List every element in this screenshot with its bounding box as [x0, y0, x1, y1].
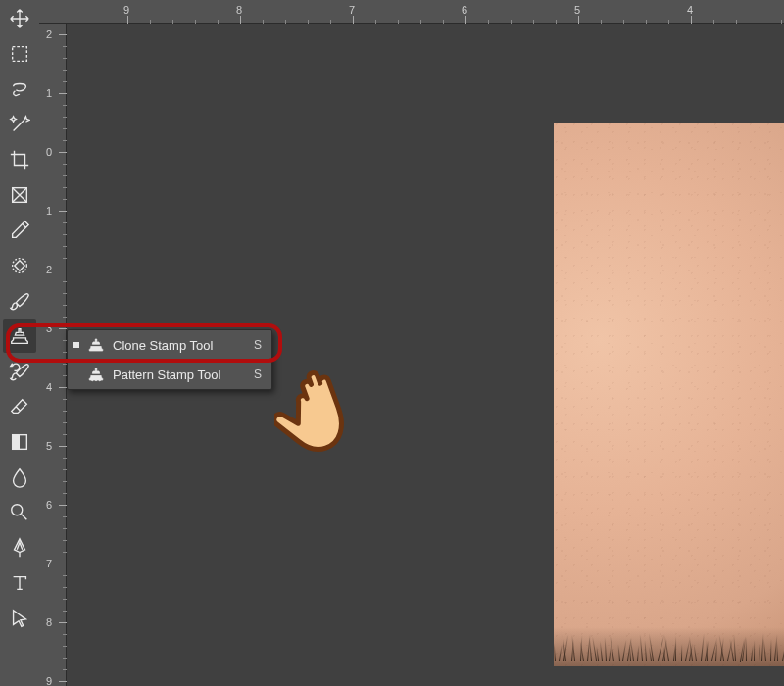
pen-tool-icon [9, 537, 30, 559]
ruler-label: 7 [41, 558, 57, 569]
path-selection-tool-icon [9, 608, 30, 629]
vertical-ruler: 210123456789 [39, 0, 67, 686]
clone-stamp-tool-flyout: Clone Stamp Tool S Pattern Stamp Tool S [67, 329, 272, 390]
svg-point-7 [92, 379, 94, 381]
ruler-label: 2 [41, 264, 57, 275]
clone-stamp-tool[interactable] [3, 319, 36, 353]
gradient-tool[interactable] [3, 425, 36, 459]
flyout-item-shortcut: S [254, 338, 262, 352]
dodge-tool[interactable] [3, 496, 36, 529]
history-brush-tool[interactable] [3, 355, 36, 388]
clone-stamp-tool-icon [9, 325, 30, 347]
flyout-item-pattern-stamp[interactable]: Pattern Stamp Tool S [68, 360, 271, 389]
flyout-item-label: Pattern Stamp Tool [113, 368, 246, 382]
ruler-label: 0 [41, 146, 57, 158]
ruler-label: 3 [41, 322, 57, 334]
ruler-label: 7 [349, 4, 355, 16]
ruler-label: 6 [41, 499, 57, 511]
svg-rect-5 [13, 435, 20, 450]
magic-wand-tool[interactable] [3, 108, 36, 141]
ruler-label: 1 [41, 205, 57, 217]
eraser-tool[interactable] [3, 390, 36, 423]
flyout-item-shortcut: S [254, 368, 262, 381]
svg-point-9 [99, 379, 101, 381]
brush-tool[interactable] [3, 284, 36, 318]
pattern-stamp-tool-icon [87, 366, 105, 383]
crop-tool-icon [9, 149, 30, 171]
flyout-item-label: Clone Stamp Tool [113, 338, 246, 353]
horizontal-type-tool-icon [9, 572, 30, 594]
svg-rect-0 [13, 47, 27, 62]
magic-wand-tool-icon [9, 114, 30, 135]
lasso-tool[interactable] [3, 73, 36, 106]
ruler-label: 6 [462, 4, 467, 16]
pen-tool[interactable] [3, 531, 36, 564]
svg-rect-3 [15, 261, 24, 270]
horizontal-type-tool[interactable] [3, 566, 36, 600]
ruler-label: 5 [41, 440, 57, 452]
path-selection-tool[interactable] [3, 602, 36, 635]
brush-tool-icon [9, 290, 30, 312]
eraser-tool-icon [9, 396, 30, 417]
blur-tool[interactable] [3, 461, 36, 494]
clone-stamp-tool-icon [87, 336, 105, 354]
rectangular-marquee-tool[interactable] [3, 37, 36, 71]
move-tool[interactable] [3, 2, 36, 35]
flyout-item-clone-stamp[interactable]: Clone Stamp Tool S [68, 330, 271, 360]
history-brush-tool-icon [9, 361, 30, 382]
ruler-label: 9 [123, 4, 129, 16]
frame-tool[interactable] [3, 178, 36, 212]
tools-panel [0, 0, 39, 686]
dodge-tool-icon [9, 502, 30, 523]
eyedropper-tool-icon [9, 220, 30, 241]
blur-tool-icon [9, 466, 30, 488]
ruler-label: 4 [41, 381, 57, 393]
rectangular-marquee-tool-icon [9, 43, 30, 65]
ruler-label: 8 [41, 616, 57, 628]
ruler-label: 8 [236, 4, 242, 16]
ruler-label: 5 [574, 4, 580, 16]
svg-point-8 [95, 379, 97, 381]
svg-point-6 [12, 505, 23, 515]
ruler-label: 4 [687, 4, 693, 16]
gradient-tool-icon [9, 431, 30, 453]
crop-tool[interactable] [3, 143, 36, 176]
spot-healing-brush-tool-icon [9, 255, 30, 276]
frame-tool-icon [9, 184, 30, 206]
ruler-label: 9 [41, 675, 57, 686]
horizontal-ruler: 9876543 [39, 0, 784, 24]
ruler-label: 2 [41, 28, 57, 40]
spot-healing-brush-tool[interactable] [3, 249, 36, 282]
current-tool-indicator-icon [74, 342, 79, 348]
lasso-tool-icon [9, 78, 30, 100]
ruler-label: 1 [41, 87, 57, 99]
move-tool-icon [9, 8, 30, 29]
document-image [554, 122, 784, 666]
eyedropper-tool[interactable] [3, 214, 36, 247]
